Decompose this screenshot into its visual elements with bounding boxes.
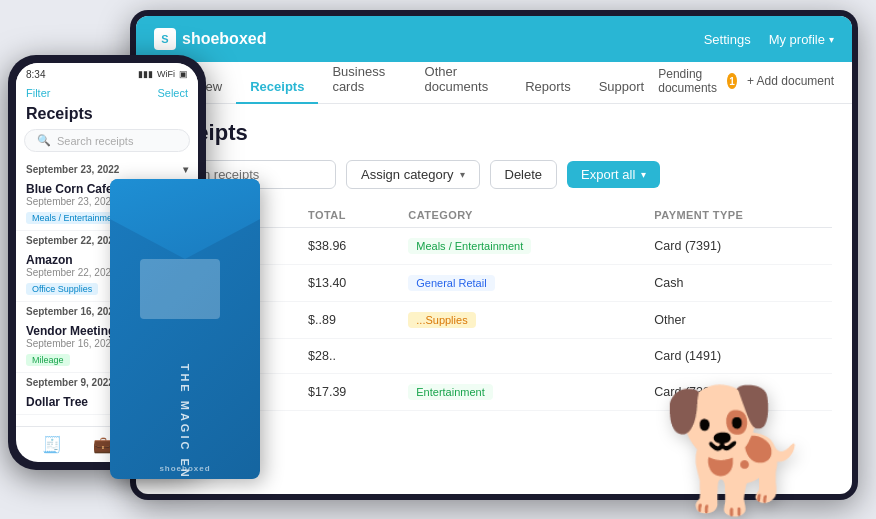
envelope-window xyxy=(140,259,220,319)
phone-toolbar: Filter Select xyxy=(16,85,198,105)
export-chevron-icon: ▾ xyxy=(641,169,646,180)
assign-category-chevron-icon: ▾ xyxy=(460,169,465,180)
tab-support[interactable]: Support xyxy=(585,71,659,104)
logo-text: shoeboxed xyxy=(182,30,266,48)
add-document-button[interactable]: + Add document xyxy=(747,74,834,88)
phone-select-button[interactable]: Select xyxy=(157,87,188,99)
pending-documents-badge[interactable]: Pending documents 1 xyxy=(658,67,737,95)
envelope-body: THE MAGIC ENVELOPE shoeboxed xyxy=(110,179,260,479)
tab-business-cards[interactable]: Business cards xyxy=(318,56,410,104)
shoeboxed-logo-icon: S xyxy=(154,28,176,50)
signal-icon: ▮▮▮ xyxy=(138,69,153,79)
page-title: Receipts xyxy=(156,120,832,146)
settings-button[interactable]: Settings xyxy=(704,32,751,47)
phone-filter-button[interactable]: Filter xyxy=(26,87,50,99)
nav-bar: Overview Receipts Business cards Other d… xyxy=(136,62,852,104)
envelope-flap xyxy=(110,179,260,259)
phone-search-icon: 🔍 xyxy=(37,134,51,147)
phone-status-bar: 8:34 ▮▮▮ WiFi ▣ xyxy=(16,63,198,85)
nav-right: Pending documents 1 + Add document xyxy=(658,67,834,103)
pending-count: 1 xyxy=(727,73,737,89)
logo-area: S shoeboxed xyxy=(154,28,704,50)
shiba-dog-mascot: 🐕 xyxy=(651,309,821,509)
phone-section-sep-2022-09-23: September 23, 2022 ▾ xyxy=(16,160,198,177)
envelope-overlay: THE MAGIC ENVELOPE shoeboxed xyxy=(110,179,280,519)
phone-search-bar[interactable]: 🔍 Search receipts xyxy=(24,129,190,152)
phone-search-placeholder: Search receipts xyxy=(57,135,133,147)
top-nav-right: Settings My profile ▾ xyxy=(704,32,834,47)
my-profile-button[interactable]: My profile ▾ xyxy=(769,32,834,47)
phone-receipts-title: Receipts xyxy=(16,105,198,129)
receipts-tab-icon[interactable]: 🧾 xyxy=(42,435,62,454)
delete-button[interactable]: Delete xyxy=(490,160,558,189)
col-total: TOTAL xyxy=(298,203,398,228)
envelope-brand: shoeboxed xyxy=(159,464,210,473)
assign-category-button[interactable]: Assign category ▾ xyxy=(346,160,480,189)
export-all-button[interactable]: Export all ▾ xyxy=(567,161,660,188)
tab-receipts[interactable]: Receipts xyxy=(236,71,318,104)
tab-other-documents[interactable]: Other documents xyxy=(411,56,512,104)
wifi-icon: WiFi xyxy=(157,69,175,79)
battery-icon: ▣ xyxy=(179,69,188,79)
phone-time: 8:34 xyxy=(26,69,45,80)
col-category: CATEGORY xyxy=(398,203,644,228)
tab-reports[interactable]: Reports xyxy=(511,71,585,104)
envelope-text: THE MAGIC ENVELOPE xyxy=(179,364,191,479)
status-right: ▮▮▮ WiFi ▣ xyxy=(138,69,188,79)
col-payment: PAYMENT TYPE xyxy=(644,203,832,228)
profile-chevron-icon: ▾ xyxy=(829,34,834,45)
pending-label: Pending documents xyxy=(658,67,723,95)
